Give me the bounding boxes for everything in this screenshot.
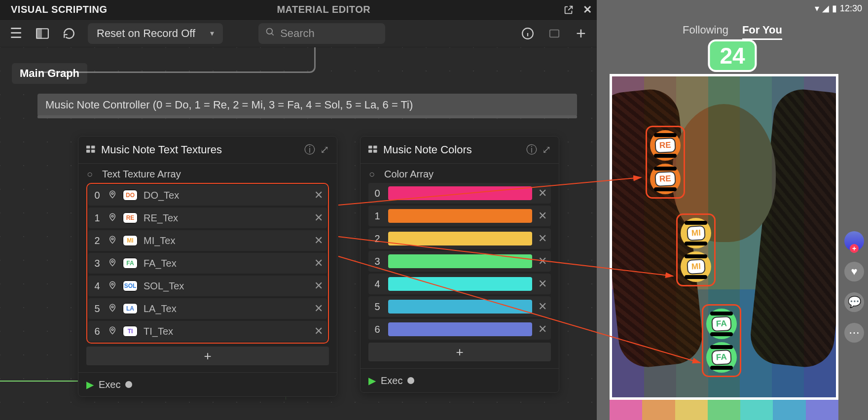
remove-item-button[interactable]: ✕ <box>538 323 547 336</box>
expand-icon[interactable]: ⤢ <box>320 143 329 156</box>
svg-point-11 <box>111 238 113 240</box>
like-icon[interactable]: ♥ <box>844 262 864 281</box>
color-row[interactable]: 4 ✕ <box>368 274 551 294</box>
remove-item-button[interactable]: ✕ <box>538 232 547 245</box>
remove-item-button[interactable]: ✕ <box>314 211 323 224</box>
texture-row[interactable]: 6 TI TI_Tex ✕ <box>88 321 327 342</box>
panel-header: VISUAL SCRIPTING MATERIAL EDITOR ✕ <box>0 0 597 20</box>
color-swatch[interactable] <box>388 254 532 268</box>
share-icon[interactable]: ⋯ <box>844 323 864 343</box>
texture-row[interactable]: 2 MI MI_Tex ✕ <box>88 230 327 251</box>
color-row[interactable]: 0 ✕ <box>368 183 551 204</box>
node-music-note-colors[interactable]: Music Note Colors ⓘ ⤢ ○ Color Array 0 ✕ … <box>360 136 559 393</box>
remove-item-button[interactable]: ✕ <box>538 255 547 268</box>
tab-visual-scripting[interactable]: VISUAL SCRIPTING <box>0 0 118 19</box>
window-icon[interactable] <box>546 26 562 41</box>
svg-point-14 <box>111 306 113 308</box>
reset-mode-label: Reset on Record Off <box>97 27 195 40</box>
side-controls: ♥ 💬 ⋯ <box>844 231 864 343</box>
comment-icon[interactable]: 💬 <box>844 292 864 312</box>
remove-item-button[interactable]: ✕ <box>538 187 547 200</box>
info-icon[interactable]: ⓘ <box>304 142 315 157</box>
remove-item-button[interactable]: ✕ <box>314 234 323 247</box>
color-swatch[interactable] <box>388 186 532 200</box>
svg-point-2 <box>267 28 273 34</box>
add-icon[interactable]: + <box>573 26 589 41</box>
hamburger-icon[interactable]: ☰ <box>8 26 24 41</box>
texture-row[interactable]: 5 LA LA_Tex ✕ <box>88 298 327 319</box>
clock: 12:30 <box>840 3 862 14</box>
node-music-note-text-textures[interactable]: Music Note Text Textures ⓘ ⤢ ○ Text Text… <box>78 136 337 397</box>
location-pin-icon[interactable] <box>108 280 117 293</box>
close-icon[interactable]: ✕ <box>578 3 597 16</box>
add-texture-button[interactable]: + <box>86 347 329 365</box>
chevron-down-icon: ▾ <box>210 29 214 38</box>
texture-label: TI_Tex <box>144 326 308 337</box>
location-pin-icon[interactable] <box>108 302 117 315</box>
play-icon[interactable]: ▶ <box>86 379 94 390</box>
remove-item-button[interactable]: ✕ <box>314 325 323 338</box>
tab-following[interactable]: Following <box>683 24 728 40</box>
color-row[interactable]: 5 ✕ <box>368 296 551 317</box>
panel-layout-icon[interactable] <box>35 26 50 41</box>
search-input[interactable]: Search <box>258 23 385 44</box>
texture-label: RE_Tex <box>144 212 308 224</box>
remove-item-button[interactable]: ✕ <box>314 257 323 270</box>
color-swatch[interactable] <box>388 322 532 336</box>
texture-row[interactable]: 3 FA FA_Tex ✕ <box>88 253 327 274</box>
color-row[interactable]: 6 ✕ <box>368 319 551 340</box>
remove-item-button[interactable]: ✕ <box>538 210 547 222</box>
svg-rect-4 <box>550 30 559 37</box>
add-color-button[interactable]: + <box>368 343 551 361</box>
input-port[interactable]: ○ <box>368 169 375 180</box>
refresh-icon[interactable] <box>61 26 77 41</box>
remove-item-button[interactable]: ✕ <box>538 278 547 290</box>
color-swatch[interactable] <box>388 300 532 314</box>
input-port[interactable]: ○ <box>86 169 93 180</box>
popout-icon[interactable] <box>559 4 578 15</box>
svg-rect-17 <box>373 146 377 149</box>
array-index: 2 <box>372 233 382 245</box>
tab-material-editor[interactable]: MATERIAL EDITOR <box>266 0 381 19</box>
svg-point-10 <box>111 215 113 217</box>
texture-chip: FA <box>123 258 138 269</box>
color-row[interactable]: 2 ✕ <box>368 228 551 249</box>
exec-port[interactable] <box>125 381 132 388</box>
location-pin-icon[interactable] <box>108 257 117 270</box>
texture-row[interactable]: 0 DO DO_Tex ✕ <box>88 185 327 206</box>
remove-item-button[interactable]: ✕ <box>538 300 547 313</box>
remove-item-button[interactable]: ✕ <box>314 302 323 315</box>
cell-icon: ◢ <box>822 3 829 14</box>
profile-avatar[interactable] <box>844 231 864 251</box>
array-index: 4 <box>372 279 382 290</box>
remove-item-button[interactable]: ✕ <box>314 189 323 202</box>
svg-rect-16 <box>368 146 372 149</box>
note-chip: RE <box>650 164 681 194</box>
location-pin-icon[interactable] <box>108 234 117 247</box>
location-pin-icon[interactable] <box>108 325 117 338</box>
color-row[interactable]: 3 ✕ <box>368 251 551 272</box>
texture-row[interactable]: 4 SOL SOL_Tex ✕ <box>88 276 327 296</box>
color-row[interactable]: 1 ✕ <box>368 206 551 226</box>
color-swatch[interactable] <box>388 209 532 223</box>
remove-item-button[interactable]: ✕ <box>314 280 323 292</box>
texture-row[interactable]: 1 RE RE_Tex ✕ <box>88 208 327 228</box>
editor-panel: VISUAL SCRIPTING MATERIAL EDITOR ✕ ☰ Res… <box>0 0 597 420</box>
location-pin-icon[interactable] <box>108 189 117 202</box>
reset-mode-select[interactable]: Reset on Record Off ▾ <box>88 23 223 44</box>
expand-icon[interactable]: ⤢ <box>542 143 551 156</box>
color-swatch[interactable] <box>388 277 532 291</box>
breadcrumb[interactable]: Main Graph <box>12 63 87 84</box>
play-icon[interactable]: ▶ <box>368 375 376 386</box>
search-icon <box>265 27 275 40</box>
color-swatch[interactable] <box>388 232 532 245</box>
feed-tabs: Following For You <box>597 24 868 40</box>
info-icon[interactable] <box>520 26 536 41</box>
location-pin-icon[interactable] <box>108 211 117 225</box>
info-icon[interactable]: ⓘ <box>526 142 537 157</box>
exec-port[interactable] <box>407 377 414 384</box>
graph-canvas[interactable]: Main Graph Music Note Controller (0 = Do… <box>0 47 597 420</box>
port-label: Text Texture Array <box>102 169 181 180</box>
tab-for-you[interactable]: For You <box>742 24 782 40</box>
array-index: 3 <box>372 256 382 267</box>
